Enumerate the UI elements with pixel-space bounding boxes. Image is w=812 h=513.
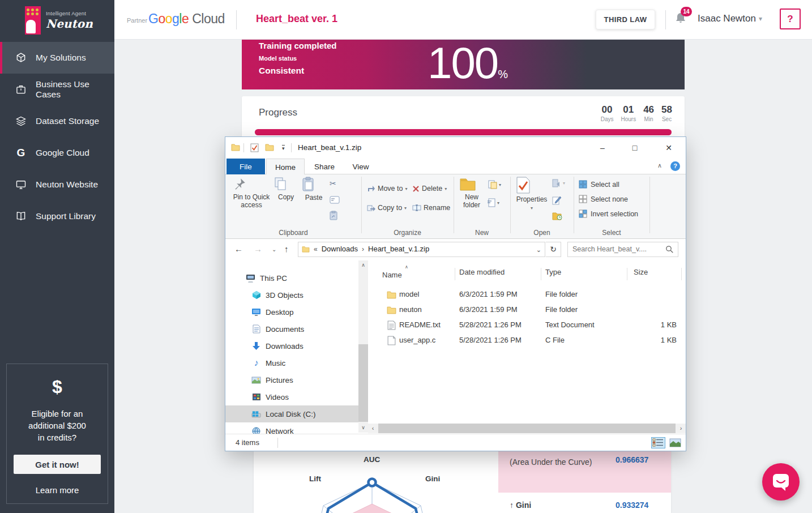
tree-item-pictures[interactable]: Pictures bbox=[225, 371, 358, 388]
copy-path-button[interactable] bbox=[330, 196, 340, 204]
cut-button[interactable]: ✂ bbox=[330, 179, 336, 188]
invert-selection-icon bbox=[579, 210, 587, 218]
tree-scrollbar[interactable]: ∧ ∨ bbox=[358, 260, 368, 433]
radar-axis-auc: AUC bbox=[364, 455, 380, 464]
get-it-now-button[interactable]: Get it now! bbox=[14, 455, 101, 474]
recent-locations-caret-icon[interactable]: ⌄ bbox=[272, 246, 276, 253]
open-with-button[interactable]: ▾ bbox=[552, 179, 565, 187]
back-icon[interactable]: ← bbox=[234, 244, 243, 254]
thumbnail-view-button[interactable] bbox=[668, 437, 682, 448]
tab-home[interactable]: Home bbox=[266, 159, 305, 175]
notification-badge: 14 bbox=[681, 7, 692, 16]
copy-button[interactable]: Copy bbox=[273, 177, 299, 201]
sidebar-item-my-solutions[interactable]: My Solutions bbox=[0, 42, 114, 74]
search-input[interactable]: Search Heart_beat_v.... bbox=[567, 242, 678, 257]
minimize-button[interactable]: – bbox=[589, 137, 616, 159]
scrollbar-thumb[interactable] bbox=[358, 344, 368, 422]
scroll-left-icon[interactable]: ‹ bbox=[368, 424, 378, 433]
edit-button[interactable] bbox=[552, 196, 561, 205]
file-row-user-app[interactable]: user_app.c 5/28/2021 1:26 PM C File 1 KB bbox=[368, 333, 686, 348]
open-book-icon bbox=[15, 210, 27, 223]
explorer-titlebar[interactable]: ▾ Heart_beat_v.1.zip – □ ✕ bbox=[225, 137, 686, 159]
navigation-pane: This PC 3D Objects Desktop Documents Dow… bbox=[225, 260, 358, 434]
invert-selection-button[interactable]: Invert selection bbox=[579, 210, 638, 218]
tab-share[interactable]: Share bbox=[308, 159, 341, 174]
tree-item-local-disk-c[interactable]: Local Disk (C:) bbox=[225, 405, 358, 422]
sidebar-item-neuton-website[interactable]: Neuton Website bbox=[0, 169, 114, 200]
new-folder-button[interactable]: New folder bbox=[459, 177, 484, 209]
neuton-logo-icon bbox=[25, 6, 41, 35]
chat-button[interactable] bbox=[762, 463, 800, 501]
quick-access-properties-icon[interactable] bbox=[250, 143, 259, 152]
file-list-horizontal-scrollbar[interactable]: ‹ › bbox=[368, 424, 686, 433]
rename-button[interactable]: Rename bbox=[412, 204, 450, 212]
sidebar-item-google-cloud[interactable]: G Google Cloud bbox=[0, 137, 114, 169]
scroll-right-icon[interactable]: › bbox=[676, 424, 686, 433]
chevron-down-icon[interactable]: ▾ bbox=[759, 15, 762, 23]
tree-item-videos[interactable]: Videos bbox=[225, 388, 358, 405]
tree-item-this-pc[interactable]: This PC bbox=[225, 270, 358, 287]
address-field[interactable]: « Downloads › Heart_beat_v.1.zip ⌄ bbox=[298, 242, 545, 257]
tree-item-documents[interactable]: Documents bbox=[225, 320, 358, 337]
pin-to-quick-access-button[interactable]: Pin to Quick access bbox=[232, 177, 271, 209]
scroll-down-icon[interactable]: ∨ bbox=[358, 423, 368, 433]
ribbon-collapse-icon[interactable]: ∧ bbox=[657, 162, 662, 169]
tree-item-network[interactable]: Network bbox=[225, 422, 358, 434]
paste-shortcut-button[interactable] bbox=[330, 211, 337, 220]
move-to-button[interactable]: Move to▾ bbox=[367, 185, 407, 193]
file-row-neuton[interactable]: neuton 6/3/2021 1:59 PM File folder bbox=[368, 302, 686, 318]
quick-access-folder-icon[interactable] bbox=[265, 143, 274, 151]
paste-button[interactable]: Paste bbox=[301, 177, 326, 202]
maximize-button[interactable]: □ bbox=[622, 137, 648, 159]
breadcrumb-current-folder[interactable]: Heart_beat_v.1.zip bbox=[368, 245, 429, 253]
address-dropdown-caret-icon[interactable]: ⌄ bbox=[536, 246, 541, 254]
monitor-icon bbox=[15, 178, 27, 191]
scroll-up-icon[interactable]: ∧ bbox=[358, 260, 368, 270]
refresh-button[interactable]: ↻ bbox=[546, 242, 561, 257]
column-date-modified[interactable]: Date modified bbox=[459, 268, 505, 276]
layers-icon bbox=[15, 115, 27, 127]
tab-view[interactable]: View bbox=[344, 159, 377, 174]
file-row-model[interactable]: model 6/3/2021 1:59 PM File folder bbox=[368, 287, 686, 302]
forward-icon[interactable]: → bbox=[254, 244, 262, 254]
column-type[interactable]: Type bbox=[545, 268, 561, 276]
select-none-button[interactable]: Select none bbox=[579, 195, 628, 203]
ribbon-group-new: New folder ▾ ▾ New bbox=[454, 174, 510, 239]
tab-file[interactable]: File bbox=[226, 159, 265, 174]
copy-icon bbox=[273, 177, 299, 191]
help-button[interactable]: ? bbox=[780, 8, 801, 29]
up-icon[interactable]: ↑ bbox=[284, 244, 289, 254]
sidebar-item-dataset-storage[interactable]: Dataset Storage bbox=[0, 105, 114, 137]
address-bar: ← → ⌄ ↑ « Downloads › Heart_beat_v.1.zip… bbox=[225, 239, 686, 260]
tree-item-music[interactable]: ♪ Music bbox=[225, 354, 358, 371]
tree-item-desktop[interactable]: Desktop bbox=[225, 303, 358, 320]
breadcrumb-downloads[interactable]: Downloads bbox=[322, 245, 358, 253]
delete-button[interactable]: Delete▾ bbox=[412, 185, 447, 193]
scrollbar-thumb[interactable] bbox=[378, 424, 676, 433]
tree-item-downloads[interactable]: Downloads bbox=[225, 337, 358, 354]
column-size[interactable]: Size bbox=[634, 268, 648, 276]
file-row-readme[interactable]: README.txt 5/28/2021 1:26 PM Text Docume… bbox=[368, 318, 686, 333]
file-list-header: ∧Name Date modified Type Size bbox=[368, 265, 686, 280]
learn-more-link[interactable]: Learn more bbox=[7, 485, 108, 495]
history-button[interactable] bbox=[552, 212, 562, 220]
details-view-button[interactable] bbox=[651, 437, 665, 448]
new-folder-icon bbox=[459, 177, 484, 191]
close-button[interactable]: ✕ bbox=[656, 137, 682, 159]
tree-item-3d-objects[interactable]: 3D Objects bbox=[225, 287, 358, 303]
ribbon-group-organize: Move to▾ Delete▾ Copy to▾ Rename Organiz… bbox=[361, 174, 454, 239]
copy-to-button[interactable]: Copy to▾ bbox=[367, 204, 407, 212]
quick-access-toolbar-caret-icon[interactable]: ▾ bbox=[282, 145, 285, 151]
partner-label: Partner bbox=[127, 17, 147, 24]
easy-access-button[interactable]: ▾ bbox=[488, 198, 499, 207]
sidebar-item-business-use-cases[interactable]: Business Use Cases bbox=[0, 74, 114, 105]
sidebar-item-support-library[interactable]: Support Library bbox=[0, 200, 114, 232]
explorer-help-icon[interactable]: ? bbox=[670, 161, 680, 171]
radar-axis-gini: Gini bbox=[425, 474, 440, 483]
properties-button[interactable]: Properties ▾ bbox=[516, 177, 548, 212]
breadcrumb-collapse-icon[interactable]: « bbox=[314, 245, 318, 253]
select-all-button[interactable]: Select all bbox=[579, 180, 619, 189]
new-item-button[interactable]: ▾ bbox=[488, 180, 501, 189]
third-law-button[interactable]: THIRD LAW bbox=[596, 10, 655, 29]
user-menu[interactable]: Isaac Newton bbox=[698, 13, 756, 24]
